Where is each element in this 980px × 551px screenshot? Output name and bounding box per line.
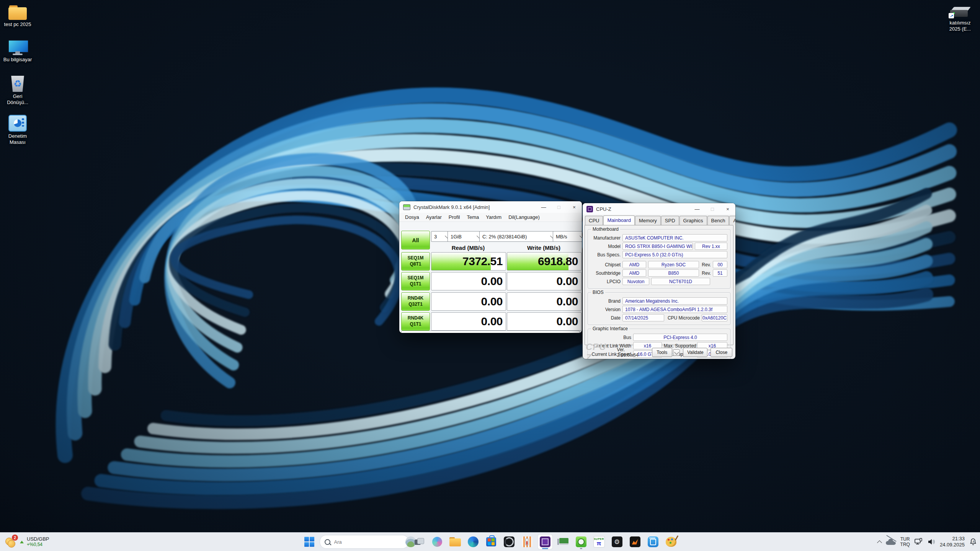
close-button[interactable]: × (567, 201, 582, 213)
cdm-menu-bar: Dosya Ayarlar Profil Tema Yardım Dil(Lan… (399, 213, 582, 222)
bios-date-label: Date (591, 315, 621, 321)
tab-spd[interactable]: SPD (661, 216, 679, 225)
southbridge-rev: 51 (713, 269, 727, 277)
rnd4k-q32t1-button[interactable]: RND4KQ32T1 (401, 292, 430, 311)
tab-cpu[interactable]: CPU (585, 216, 603, 225)
widgets-button[interactable]: 2 USD/GBP +%0,54 (2, 534, 52, 549)
tab-graphics[interactable]: Graphics (679, 216, 707, 225)
manufacturer-label: Manufacturer (591, 235, 621, 241)
model-rev-value: Rev 1.xx (695, 243, 727, 250)
desktop-icon-drive-shortcut[interactable]: ↗ katılımsız 2025 (E... (942, 5, 978, 32)
seq1m-q8t1-button[interactable]: SEQ1MQ8T1 (401, 252, 430, 271)
volume-icon[interactable] (928, 538, 935, 545)
tab-mainboard[interactable]: Mainboard (603, 215, 634, 225)
unit-select[interactable]: MB/s (553, 231, 582, 242)
desktop-icon-test-pc-2025[interactable]: test pc 2025 (0, 5, 35, 28)
task-view-button[interactable] (412, 534, 427, 549)
paint-button[interactable] (663, 534, 679, 549)
run-all-button[interactable]: All (401, 231, 430, 249)
comment-field[interactable] (401, 331, 580, 333)
minimize-button[interactable]: — (689, 203, 705, 215)
chipset-brand: AMD (622, 261, 646, 268)
coretemp-button[interactable] (519, 534, 535, 549)
cpuz-app-icon (586, 206, 593, 212)
desktop-icon-recycle-bin[interactable]: ♻ Geri Dönüşü... (0, 76, 35, 106)
read-column-header: Read (MB/s) (431, 243, 505, 252)
cpuz-tab-strip: CPU Mainboard Memory SPD Graphics Bench … (583, 215, 735, 225)
edge-button[interactable] (466, 534, 481, 549)
rnd4k-q32t1-read-cell: 0.00 (431, 292, 506, 311)
file-explorer-button[interactable] (448, 534, 463, 549)
cpuz-icon (540, 536, 550, 547)
rnd4k-q1t1-button[interactable]: RND4KQ1T1 (401, 312, 430, 331)
menu-item-ayarlar[interactable]: Ayarlar (423, 214, 445, 221)
desktop-icon-this-pc[interactable]: Bu bilgisayar (0, 40, 35, 63)
bus-specs-label: Bus Specs. (591, 252, 621, 258)
copilot-button[interactable] (430, 534, 445, 549)
occt-button[interactable]: ⚙ (609, 534, 625, 549)
cpuz-taskbar-button[interactable] (537, 534, 553, 549)
gpuz-button[interactable] (555, 534, 571, 549)
model-label: Model (591, 244, 621, 249)
write-value: 6918.80 (507, 253, 581, 270)
gi-bus-label: Bus (591, 335, 631, 340)
desktop-icon-control-panel[interactable]: Denetim Masası (0, 115, 35, 145)
tab-bench[interactable]: Bench (707, 216, 729, 225)
menu-item-tema[interactable]: Tema (463, 214, 482, 221)
menu-item-profil[interactable]: Profil (445, 214, 464, 221)
superpi-button[interactable]: SUPERπ (591, 534, 607, 549)
cdm-title-bar[interactable]: CrystalDiskMark 9.0.1 x64 [Admin] — □ × (399, 201, 582, 213)
tab-about[interactable]: About (729, 216, 735, 225)
cinebench-button[interactable] (501, 534, 517, 549)
test-size-select[interactable]: 1GiB (448, 231, 483, 242)
hidden-icons-chevron-icon[interactable] (877, 540, 882, 545)
crystaldiskmark-taskbar-button[interactable] (573, 534, 589, 549)
validate-button[interactable]: Validate (683, 348, 707, 357)
bus-specs-value: PCI-Express 5.0 (32.0 GT/s) (622, 251, 727, 258)
write-value: 0.00 (507, 293, 581, 310)
mainboard-tab-page: Motherboard Manufacturer ASUSTeK COMPUTE… (585, 225, 733, 345)
bios-version-label: Version (591, 307, 621, 312)
desktop-icon-label: test pc 2025 (4, 21, 31, 28)
store-button[interactable] (483, 534, 499, 549)
southbridge-rev-label: Rev. (701, 271, 711, 276)
search-box[interactable] (320, 535, 409, 549)
notification-bell-icon[interactable]: z (969, 538, 977, 546)
wise-cleaner-button[interactable] (645, 534, 661, 549)
cinebench-icon (504, 536, 514, 547)
clock[interactable]: 21:33 24.09.2025 (940, 536, 965, 548)
tray-date: 24.09.2025 (940, 542, 965, 548)
system-tray: TUR TRQ 21:33 24.09.2025 z (878, 533, 977, 551)
chevron-down-icon (580, 233, 582, 238)
paint-icon (666, 537, 676, 547)
task-view-icon (415, 538, 424, 546)
menu-item-dil[interactable]: Dil(Language) (505, 214, 543, 221)
onedrive-icon[interactable] (886, 539, 896, 545)
read-value: 0.00 (431, 272, 506, 290)
close-button-footer[interactable]: Close (710, 348, 732, 357)
read-value: 7372.51 (431, 253, 506, 270)
start-button[interactable] (302, 534, 317, 549)
notification-badge: 2 (12, 535, 18, 541)
cpu-microcode-value: 0xA60120C (702, 314, 727, 321)
cpuz-title-bar[interactable]: CPU-Z — □ × (583, 203, 735, 215)
minimize-button[interactable]: — (536, 201, 551, 213)
network-icon[interactable] (915, 538, 923, 546)
tab-memory[interactable]: Memory (635, 216, 661, 225)
menu-item-dosya[interactable]: Dosya (402, 214, 423, 221)
seq1m-q1t1-write-cell: 0.00 (507, 272, 581, 290)
target-drive-value: C: 2% (82/3814GiB) (482, 234, 527, 240)
tools-dropdown-button[interactable] (673, 349, 680, 356)
close-button[interactable]: × (720, 203, 735, 215)
recycle-bin-icon: ♻ (10, 76, 25, 92)
seq1m-q1t1-button[interactable]: SEQ1MQ1T1 (401, 272, 430, 290)
southbridge-brand: AMD (622, 269, 646, 277)
tools-button[interactable]: Tools (652, 348, 672, 357)
group-title: Motherboard (591, 227, 620, 232)
language-indicator[interactable]: TUR TRQ (900, 536, 910, 548)
search-input[interactable] (333, 539, 402, 545)
edge-icon (468, 536, 479, 547)
menu-item-yardim[interactable]: Yardım (482, 214, 505, 221)
3dmark-button[interactable] (627, 534, 643, 549)
target-drive-select[interactable]: C: 2% (82/3814GiB) (479, 231, 557, 242)
